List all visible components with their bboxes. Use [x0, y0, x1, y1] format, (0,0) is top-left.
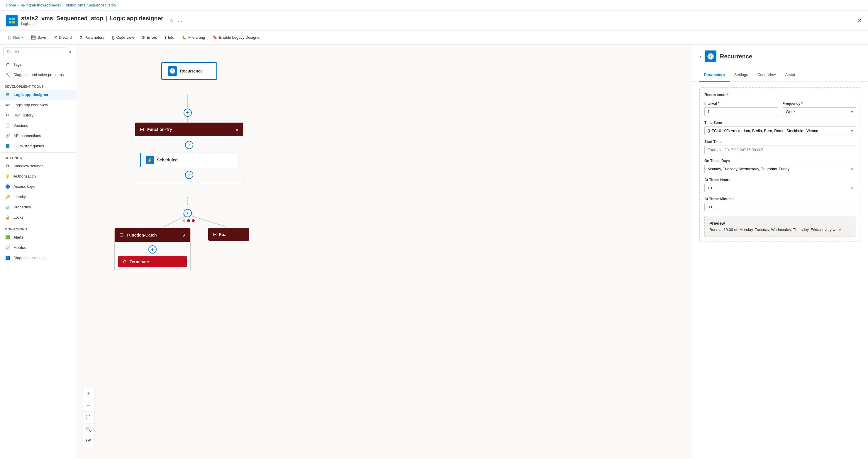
canvas-area[interactable]: 🕐 Recurrence + ⊟ Function-Try ∧ + ⚡ [76, 45, 692, 459]
diagnose-icon: 🔧 [5, 73, 10, 77]
function-catch-collapse[interactable]: ∧ [183, 233, 186, 237]
section-dev-tools: Development Tools [0, 81, 76, 89]
preview-text: Runs at 19:00 on Monday, Tuesday, Wednes… [709, 227, 851, 232]
canvas-toolbar: + − ⛶ 🔍 🗺 [82, 388, 94, 447]
info-button[interactable]: ℹ Info [161, 33, 178, 41]
sidebar-item-diagnostic[interactable]: 🟦 Diagnostic settings [0, 253, 76, 263]
node-function-catch[interactable]: ⊟ Function-Catch ∧ + ⊘ Terminate [114, 228, 191, 271]
function-catch-icon: ⊟ [119, 232, 124, 238]
preview-box: Preview Runs at 19:00 on Monday, Tuesday… [704, 216, 856, 237]
terminate-label: Terminate [130, 259, 149, 264]
at-these-minutes-field: At These Minutes [704, 197, 856, 211]
add-step-inner-1[interactable]: + [185, 141, 193, 149]
title-info: ststs2_vms_Sequenced_stop | Logic app de… [21, 15, 163, 26]
search-input[interactable] [3, 48, 66, 56]
sidebar-item-authorization[interactable]: 💡 Authorization [0, 171, 76, 181]
tab-code-view[interactable]: Code View [753, 68, 781, 82]
sidebar: « 🏷 Tags 🔧 Diagnose and solve problems D… [0, 45, 76, 459]
file-bug-button[interactable]: 🐛 File a bug [178, 33, 209, 41]
svg-rect-1 [12, 18, 15, 20]
add-step-catch[interactable]: + [148, 245, 157, 254]
minimap-button[interactable]: 🗺 [83, 435, 94, 447]
breadcrumb-home[interactable]: Home [6, 3, 16, 7]
start-time-input[interactable] [704, 146, 856, 154]
app-icon [6, 15, 18, 26]
sidebar-item-logic-app-code[interactable]: </> Logic app code view [0, 100, 76, 110]
fu-label: Fu... [219, 232, 227, 237]
panel-header-icon: 🕐 [705, 51, 716, 62]
node-terminate[interactable]: ⊘ Terminate [118, 256, 187, 267]
workflow-settings-icon: ⚙ [5, 164, 10, 168]
sidebar-item-diagnose[interactable]: 🔧 Diagnose and solve problems [0, 69, 76, 80]
quick-start-icon: 📘 [5, 144, 10, 148]
sidebar-item-run-history[interactable]: ⟳ Run History [0, 110, 76, 120]
panel-collapse-button[interactable]: › [700, 53, 701, 60]
logic-app-designer-icon: ⊞ [5, 92, 10, 97]
svg-rect-2 [9, 21, 11, 24]
sidebar-item-tags[interactable]: 🏷 Tags [0, 59, 76, 69]
sidebar-item-logic-app-designer[interactable]: ⊞ Logic app designer [0, 89, 76, 100]
node-scheduled[interactable]: ⚡ Scheduled [140, 153, 239, 167]
at-these-minutes-input[interactable] [704, 203, 856, 211]
tab-settings[interactable]: Settings [730, 68, 753, 82]
zoom-in-button[interactable]: + [83, 388, 94, 400]
at-these-hours-select[interactable]: 19 [704, 184, 856, 192]
function-try-collapse[interactable]: ∧ [236, 127, 239, 132]
scheduled-icon: ⚡ [146, 156, 154, 164]
errors-icon: ⊗ [142, 35, 145, 39]
sidebar-item-locks[interactable]: 🔒 Locks [0, 212, 76, 223]
discard-button[interactable]: ✕ Discard [51, 33, 75, 41]
fit-view-button[interactable]: ⛶ [83, 412, 94, 424]
versions-icon: 📄 [5, 123, 10, 128]
errors-button[interactable]: ⊗ Errors [138, 33, 160, 41]
node-fu[interactable]: ⊟ Fu... [208, 228, 249, 241]
close-button[interactable]: ✕ [857, 17, 862, 24]
sidebar-item-workflow-settings[interactable]: ⚙ Workflow settings [0, 161, 76, 171]
authorization-icon: 💡 [5, 174, 10, 178]
on-these-days-select[interactable]: Monday, Tuesday, Wednesday, Thursday, Fr… [704, 165, 856, 173]
terminate-icon: ⊘ [123, 259, 127, 264]
recurrence-node-icon: 🕐 [168, 66, 177, 76]
sidebar-item-access-keys[interactable]: 🔵 Access keys [0, 181, 76, 192]
search-canvas-button[interactable]: 🔍 [83, 424, 94, 435]
run-history-icon: ⟳ [5, 113, 10, 117]
enable-legacy-button[interactable]: 🔖 Enable Legacy Designer [209, 33, 264, 41]
page-title: Logic app designer [110, 15, 163, 22]
code-view-button[interactable]: {} Code view [108, 33, 137, 41]
branch-indicator [182, 219, 195, 222]
breadcrumb-rg[interactable]: rg-mgmt-showroom-dev [21, 3, 61, 7]
at-these-hours-field: At These Hours 19 ▾ [704, 178, 856, 192]
breadcrumb-sep2: › [63, 3, 64, 7]
add-step-inner-2[interactable]: + [185, 171, 193, 179]
sidebar-item-api-connections[interactable]: 🔗 API connections [0, 131, 76, 141]
tab-parameters[interactable]: Parameters [700, 68, 730, 82]
save-button[interactable]: 💾 Save [28, 33, 50, 41]
sidebar-item-alerts[interactable]: 🟩 Alerts [0, 232, 76, 242]
frequency-select[interactable]: Second Minute Hour Day Week Month [783, 107, 856, 116]
add-step-1[interactable]: + [184, 109, 192, 117]
recurrence-section-label: Recurrence * [704, 92, 856, 97]
sidebar-item-metrics[interactable]: 📈 Metrics [0, 242, 76, 253]
sidebar-item-versions[interactable]: 📄 Versions [0, 120, 76, 131]
svg-rect-3 [12, 21, 15, 24]
star-icon[interactable]: ☆ [169, 17, 174, 24]
more-options-icon[interactable]: … [178, 17, 183, 24]
tab-about[interactable]: About [780, 68, 800, 82]
zoom-out-button[interactable]: − [83, 400, 94, 412]
sidebar-item-properties[interactable]: 📊 Properties [0, 202, 76, 212]
node-function-try[interactable]: ⊟ Function-Try ∧ + ⚡ Scheduled + [135, 122, 243, 184]
recurrence-required: * [726, 92, 728, 97]
breadcrumb-app[interactable]: ststs2_vms_Sequenced_stop [66, 3, 116, 7]
app-subtitle: Logic app [21, 22, 163, 26]
sidebar-collapse-button[interactable]: « [67, 48, 72, 56]
timezone-select[interactable]: (UTC+01:00) Amsterdam, Berlin, Bern, Rom… [704, 126, 856, 135]
interval-input[interactable] [704, 107, 778, 116]
run-button[interactable]: ▷ Run ▾ [5, 33, 27, 42]
fu-icon: ⊟ [213, 232, 217, 237]
sidebar-item-identity[interactable]: 🔑 Identity [0, 192, 76, 202]
sidebar-item-quick-start[interactable]: 📘 Quick start guides [0, 141, 76, 151]
parameters-button[interactable]: ⚙ Parameters [76, 33, 108, 41]
right-panel: › 🕐 Recurrence Parameters Settings Code … [692, 45, 868, 459]
add-step-2[interactable]: + [184, 209, 192, 217]
node-recurrence[interactable]: 🕐 Recurrence [161, 62, 217, 80]
